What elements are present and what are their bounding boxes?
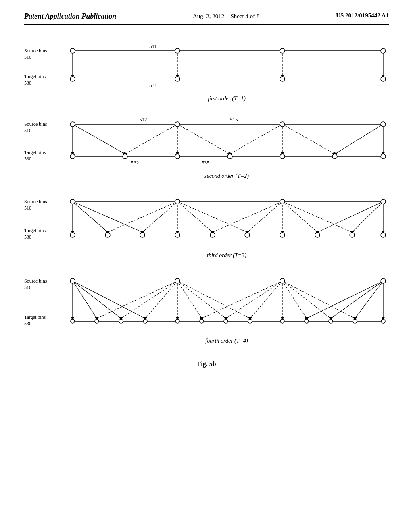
svg-line-30	[177, 124, 229, 154]
svg-line-38	[336, 124, 383, 154]
svg-point-52	[381, 154, 386, 159]
svg-line-36	[282, 124, 334, 154]
svg-point-14	[70, 77, 75, 81]
svg-point-94	[381, 199, 386, 204]
date-sheet: Aug. 2, 2012 Sheet 4 of 8	[193, 12, 259, 21]
svg-text:512: 512	[139, 116, 147, 123]
svg-point-152	[175, 278, 180, 283]
diagram-order4: Source bins 510 Target bins 530	[24, 271, 389, 344]
svg-line-109	[73, 281, 97, 318]
source-label-2: Source bins 510	[24, 121, 47, 134]
svg-point-154	[381, 278, 386, 283]
svg-text:515: 515	[230, 116, 238, 123]
svg-point-47	[123, 154, 127, 159]
svg-line-137	[282, 281, 307, 318]
svg-point-158	[143, 319, 147, 323]
svg-line-71	[177, 202, 213, 232]
page: Patent Application Publication Aug. 2, 2…	[0, 0, 413, 532]
svg-point-91	[70, 199, 75, 204]
source-label-1: Source bins 510	[24, 48, 47, 60]
svg-text:531: 531	[149, 82, 157, 88]
svg-point-160	[200, 319, 204, 323]
svg-point-167	[381, 319, 385, 323]
target-label-2: Target bins 530	[24, 150, 46, 162]
publication-date: Aug. 2, 2012	[193, 13, 224, 19]
patent-number: US 2012/0195442 A1	[336, 12, 389, 19]
svg-line-133	[250, 281, 282, 318]
svg-line-141	[282, 281, 355, 318]
svg-point-43	[175, 122, 180, 127]
svg-point-10	[70, 48, 75, 53]
diagram-order2: Source bins 510 Target bins 530	[24, 114, 389, 179]
target-label-4: Target bins 530	[24, 314, 46, 327]
svg-point-44	[280, 122, 285, 127]
svg-line-83	[282, 202, 352, 232]
svg-line-26	[126, 124, 177, 154]
svg-point-165	[329, 319, 333, 323]
svg-point-50	[280, 154, 285, 159]
diagrams-container: Source bins 510 Target bins 530	[24, 37, 389, 348]
svg-line-131	[226, 281, 282, 318]
svg-order4	[69, 271, 399, 335]
svg-point-95	[70, 233, 75, 237]
publication-title: Patent Application Publication	[24, 12, 116, 21]
svg-point-101	[280, 233, 285, 237]
svg-point-16	[280, 77, 285, 81]
svg-point-12	[280, 48, 285, 53]
svg-line-117	[121, 281, 177, 318]
svg-point-45	[381, 122, 386, 127]
svg-point-13	[381, 48, 386, 53]
svg-line-24	[73, 124, 124, 154]
svg-point-97	[140, 233, 145, 237]
svg-point-96	[105, 233, 110, 237]
svg-line-111	[73, 281, 121, 318]
source-label-3: Source bins 510	[24, 199, 47, 211]
svg-line-125	[177, 281, 226, 318]
svg-point-98	[175, 233, 180, 237]
target-label-3: Target bins 530	[24, 228, 46, 240]
svg-line-81	[282, 202, 317, 232]
svg-point-104	[381, 233, 386, 237]
svg-point-155	[71, 319, 75, 323]
sheet-number: Sheet 4 of 8	[230, 13, 259, 19]
caption-order2: second order (T=2)	[65, 173, 389, 179]
svg-point-162	[248, 319, 252, 323]
target-label-1: Target bins 530	[24, 74, 46, 86]
diagram-order3: Source bins 510 Target bins 530	[24, 191, 389, 259]
svg-point-166	[353, 319, 357, 323]
svg-point-157	[119, 319, 123, 323]
svg-order3	[69, 191, 399, 250]
svg-order2: 512 515 532 535	[69, 114, 399, 170]
svg-line-129	[202, 281, 282, 318]
page-header: Patent Application Publication Aug. 2, 2…	[24, 12, 389, 25]
svg-point-46	[70, 154, 75, 159]
svg-line-143	[307, 281, 383, 318]
svg-line-139	[282, 281, 331, 318]
svg-line-61	[73, 202, 108, 232]
svg-point-153	[280, 278, 285, 283]
svg-point-156	[95, 319, 99, 323]
svg-line-63	[73, 202, 142, 232]
svg-point-17	[381, 77, 386, 81]
svg-point-164	[305, 319, 309, 323]
svg-text:532: 532	[131, 160, 139, 166]
caption-order4: fourth order (T=4)	[65, 338, 389, 344]
svg-point-51	[332, 154, 337, 159]
svg-line-119	[145, 281, 177, 318]
figure-label: Fig. 5b	[24, 360, 389, 368]
svg-line-123	[177, 281, 202, 318]
svg-line-77	[247, 202, 282, 232]
svg-line-65	[108, 202, 177, 232]
svg-point-49	[227, 154, 232, 159]
svg-line-75	[213, 202, 282, 232]
svg-point-103	[350, 233, 355, 237]
svg-point-102	[315, 233, 320, 237]
svg-point-15	[175, 77, 180, 81]
svg-point-48	[175, 154, 180, 159]
svg-order1: 511 531	[69, 41, 399, 93]
caption-order3: third order (T=3)	[65, 252, 389, 259]
svg-line-145	[331, 281, 383, 318]
svg-point-163	[280, 319, 284, 323]
svg-point-100	[245, 233, 250, 237]
source-label-4: Source bins 510	[24, 278, 47, 291]
